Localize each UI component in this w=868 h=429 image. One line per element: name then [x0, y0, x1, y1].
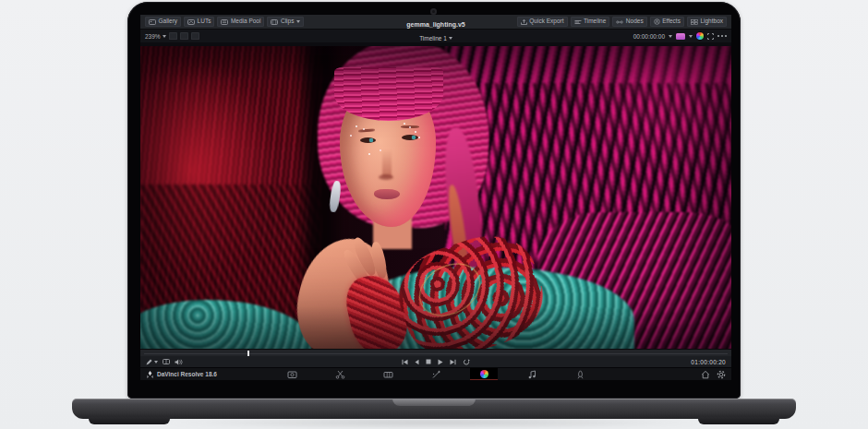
timeline-button[interactable]: Timeline [571, 17, 610, 27]
loop-button[interactable] [463, 359, 470, 365]
color-wheel-icon[interactable] [696, 32, 704, 40]
rubber-foot-left [89, 417, 170, 424]
deliver-page-icon [575, 370, 585, 379]
gallery-button[interactable]: Gallery [145, 17, 181, 27]
clip-color-swatch-icon[interactable] [676, 33, 685, 40]
photo-pink-fur-bottom-right [537, 212, 731, 349]
photo-red-nails [342, 269, 415, 349]
photo-finger [341, 247, 373, 290]
photo-nose-shadow [379, 174, 393, 180]
rubber-foot-right [698, 417, 779, 424]
photo-earring [329, 180, 343, 212]
transport-controls [140, 359, 731, 365]
page-cut[interactable] [326, 368, 354, 381]
more-options-icon[interactable] [717, 35, 719, 37]
page-deliver[interactable] [566, 368, 594, 381]
clips-button[interactable]: Clips [267, 17, 303, 27]
effects-button[interactable]: Effects [650, 17, 684, 27]
photo-eyebrow-left [358, 128, 375, 132]
photo-red-fur-left [140, 46, 322, 349]
timeline-icon [574, 19, 582, 25]
top-toolbar-right: Quick Export Timeline Nodes Effects Ligh… [517, 17, 727, 27]
photo-gold-wire [410, 253, 490, 327]
stop-button[interactable] [426, 359, 431, 364]
photo-hair-strand-orange [445, 185, 472, 289]
photo-iris-right [412, 136, 416, 139]
viewer-toolbar-right: 00:00:00:00 [633, 32, 727, 40]
photo-hair-strand-right [440, 126, 488, 288]
photo-rhinestones [356, 125, 357, 127]
luts-label: LUTs [198, 18, 211, 25]
lightbox-button[interactable]: Lightbox [687, 17, 727, 27]
photo-nose [382, 149, 392, 177]
media-pool-button[interactable]: Media Pool [217, 17, 264, 27]
top-toolbar: Gallery LUTs Media Pool Clips gemma_ligh… [140, 15, 731, 29]
davinci-resolve-window: Gallery LUTs Media Pool Clips gemma_ligh… [140, 15, 731, 380]
nodes-label: Nodes [626, 18, 644, 25]
clips-icon [271, 19, 278, 25]
viewer-zoom-dropdown[interactable]: 239% [145, 33, 166, 40]
skip-end-button[interactable] [450, 359, 456, 365]
photo-dark-band [295, 46, 346, 349]
photo-eye-left [360, 137, 376, 143]
page-media[interactable] [278, 368, 306, 381]
photo-red-chain-necklace [387, 222, 554, 349]
photo-finger [369, 241, 389, 280]
page-fairlight[interactable] [518, 368, 546, 381]
quick-export-label: Quick Export [529, 18, 563, 25]
timeline-selector[interactable]: Timeline 1 [419, 35, 452, 42]
photo-iris-left [369, 138, 373, 142]
step-back-button[interactable] [415, 359, 419, 365]
gallery-label: Gallery [159, 18, 178, 25]
skip-start-button[interactable] [402, 359, 408, 365]
fusion-page-icon [431, 370, 441, 379]
photo-teal-sweater-left [140, 300, 311, 349]
photo-pink-hair [318, 46, 488, 228]
play-button[interactable] [438, 359, 443, 365]
chevron-down-icon [163, 35, 166, 38]
photo-bangs [334, 67, 443, 121]
photo-pink-fur-right [445, 46, 731, 349]
page-color-active[interactable] [470, 368, 498, 381]
color-page-viewer [140, 42, 731, 349]
wipe-toggle[interactable] [169, 32, 177, 40]
webcam-icon [430, 8, 437, 15]
viewer-zoom-value: 239% [145, 33, 161, 40]
chevron-down-icon [669, 35, 672, 38]
media-page-icon [287, 370, 297, 379]
photo-pink-fur-right-shadow [473, 83, 731, 349]
page-bar: DaVinci Resolve 18.6 [140, 367, 731, 380]
page-tabs [140, 368, 731, 381]
fairlight-page-icon [527, 370, 537, 379]
color-page-icon [480, 370, 488, 378]
page-edit[interactable] [374, 368, 402, 381]
photo-hand [286, 229, 402, 349]
photo-eye-right [402, 135, 418, 140]
clips-label: Clips [281, 18, 294, 25]
lightbox-icon [691, 19, 698, 25]
nodes-button[interactable]: Nodes [612, 17, 646, 27]
viewer-timecode[interactable]: 00:00:00:00 [633, 33, 665, 40]
quick-export-button[interactable]: Quick Export [517, 17, 568, 27]
transport-bar: 01:00:00:20 [140, 356, 731, 367]
chevron-down-icon [689, 35, 693, 38]
luts-button[interactable]: LUTs [184, 17, 214, 27]
cut-page-icon [335, 370, 345, 379]
photo-background [140, 46, 731, 349]
expand-icon[interactable] [707, 33, 714, 40]
photo-finger [351, 235, 380, 278]
scrub-track [144, 353, 728, 354]
media-pool-label: Media Pool [231, 18, 261, 25]
lid-notch [392, 399, 476, 406]
effects-icon [654, 18, 660, 25]
viewer-scrub-bar[interactable] [140, 349, 731, 356]
nodes-icon [616, 19, 623, 25]
viewer-photo [140, 46, 731, 349]
split-screen-toggle[interactable] [180, 32, 188, 40]
photo-lips [374, 189, 400, 199]
photo-eyebrow-right [401, 125, 419, 128]
page-fusion[interactable] [422, 368, 450, 381]
gallery-icon [149, 19, 156, 25]
highlight-toggle[interactable] [191, 32, 199, 40]
project-title: gemma_lighting.v5 [406, 21, 464, 28]
